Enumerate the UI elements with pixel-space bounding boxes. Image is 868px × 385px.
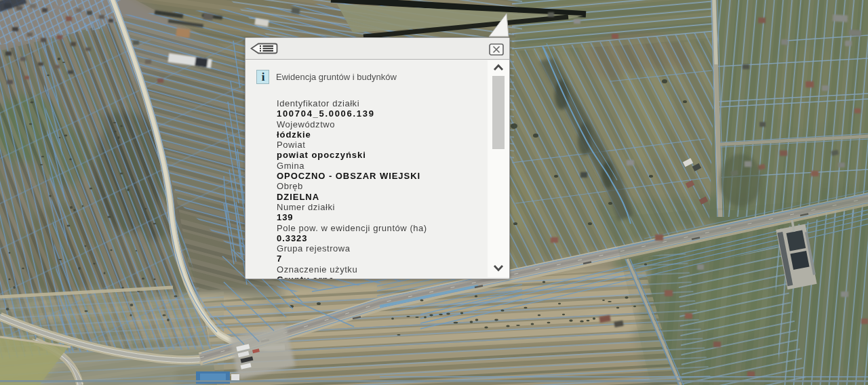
svg-text:i: i [262,70,265,83]
